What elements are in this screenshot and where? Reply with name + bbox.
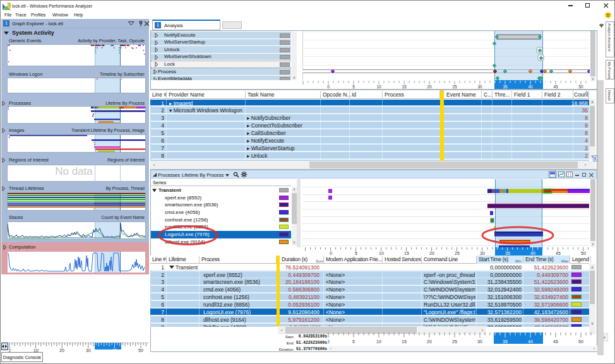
svg-text:35: 35 xyxy=(505,251,510,255)
svg-text:20: 20 xyxy=(427,85,432,89)
svg-text:50: 50 xyxy=(581,251,586,255)
svg-text:15: 15 xyxy=(402,85,407,89)
svg-text:30: 30 xyxy=(480,251,485,255)
svg-text:20: 20 xyxy=(429,251,434,255)
svg-text:10: 10 xyxy=(376,339,381,344)
svg-text:25: 25 xyxy=(452,85,457,89)
svg-text:45: 45 xyxy=(553,339,558,344)
svg-text:40: 40 xyxy=(528,339,533,344)
svg-text:45: 45 xyxy=(553,85,558,89)
svg-text:15: 15 xyxy=(402,339,407,344)
svg-text:5: 5 xyxy=(352,85,355,89)
svg-text:50: 50 xyxy=(578,339,583,344)
svg-text:0: 0 xyxy=(327,85,330,89)
svg-text:15: 15 xyxy=(404,251,409,255)
svg-text:20: 20 xyxy=(59,348,64,353)
svg-text:25: 25 xyxy=(452,339,457,344)
svg-text:0: 0 xyxy=(330,251,332,255)
svg-text:50: 50 xyxy=(138,348,143,353)
svg-text:30: 30 xyxy=(477,339,482,344)
svg-text:0: 0 xyxy=(328,339,330,344)
svg-text:50: 50 xyxy=(578,85,583,89)
svg-text:35: 35 xyxy=(503,85,508,89)
svg-text:45: 45 xyxy=(556,251,561,255)
svg-text:30: 30 xyxy=(477,85,482,89)
svg-text:5: 5 xyxy=(355,251,357,255)
svg-text:40: 40 xyxy=(112,348,117,353)
svg-text:40: 40 xyxy=(528,85,533,89)
svg-text:5: 5 xyxy=(352,339,355,344)
svg-text:30: 30 xyxy=(86,348,91,353)
svg-text:25: 25 xyxy=(455,251,460,255)
svg-text:20: 20 xyxy=(427,339,432,344)
svg-text:10: 10 xyxy=(379,251,384,255)
svg-text:40: 40 xyxy=(530,251,535,255)
svg-text:35: 35 xyxy=(503,339,508,344)
svg-text:10: 10 xyxy=(376,85,381,89)
